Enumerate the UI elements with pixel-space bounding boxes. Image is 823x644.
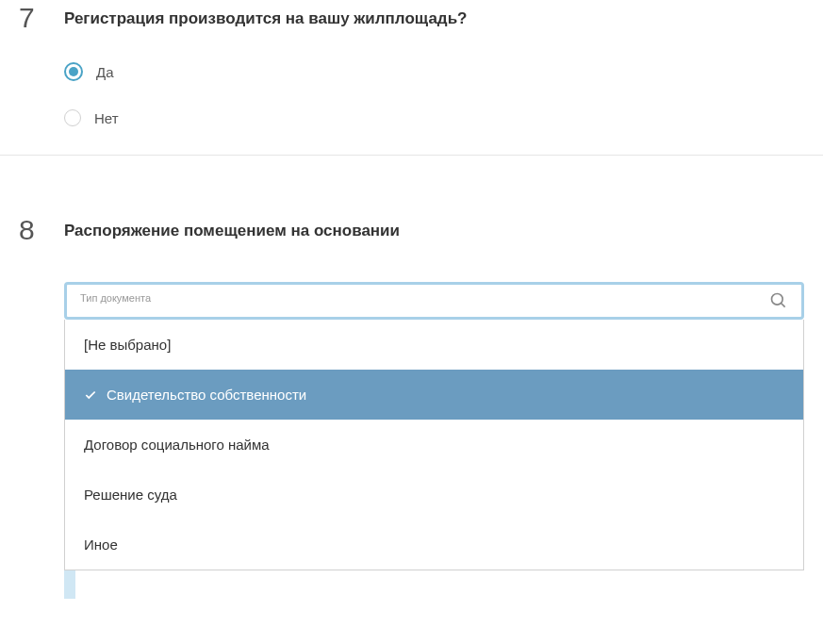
dropdown-item-other[interactable]: Иное [65, 520, 803, 570]
select-wrapper: Тип документа [Не выбрано] Свидетельство… [64, 282, 804, 570]
select-label: Тип документа [80, 292, 788, 304]
section-8: 8 Распоряжение помещением на основании Т… [0, 212, 823, 570]
radio-circle-selected [64, 62, 83, 81]
dropdown-item-none[interactable]: [Не выбрано] [65, 320, 803, 370]
dropdown-item-other-label: Иное [84, 537, 118, 553]
svg-point-0 [772, 294, 783, 305]
radio-label-yes: Да [96, 64, 114, 80]
question-8-row: 8 Распоряжение помещением на основании [19, 212, 804, 244]
svg-line-1 [782, 304, 785, 307]
radio-circle-unselected [64, 109, 81, 126]
radio-option-yes[interactable]: Да [64, 62, 804, 81]
question-7-row: 7 Регистрация производится на вашу жилпл… [19, 0, 804, 32]
search-icon [769, 291, 788, 310]
radio-label-no: Нет [94, 110, 119, 126]
question-8-number: 8 [19, 216, 45, 244]
dropdown-item-none-label: [Не выбрано] [84, 337, 171, 353]
dropdown-item-court-label: Решение суда [84, 487, 177, 503]
question-8-text: Распоряжение помещением на основании [64, 216, 400, 240]
dropdown-list: [Не выбрано] Свидетельство собственности… [64, 320, 804, 570]
document-type-select[interactable]: Тип документа [64, 282, 804, 320]
check-icon [84, 388, 97, 402]
dropdown-item-ownership[interactable]: Свидетельство собственности [65, 370, 803, 420]
section-divider [0, 155, 823, 156]
radio-option-no[interactable]: Нет [64, 109, 804, 126]
question-7-text: Регистрация производится на вашу жилплощ… [64, 4, 467, 28]
dropdown-item-social-label: Договор социального найма [84, 437, 270, 453]
dropdown-item-social[interactable]: Договор социального найма [65, 420, 803, 470]
radio-dot-icon [69, 67, 78, 76]
dropdown-item-court[interactable]: Решение суда [65, 470, 803, 520]
radio-group-q7: Да Нет [64, 62, 804, 126]
section-7: 7 Регистрация производится на вашу жилпл… [0, 0, 823, 126]
question-7-number: 7 [19, 4, 45, 32]
dropdown-item-ownership-label: Свидетельство собственности [107, 387, 306, 403]
